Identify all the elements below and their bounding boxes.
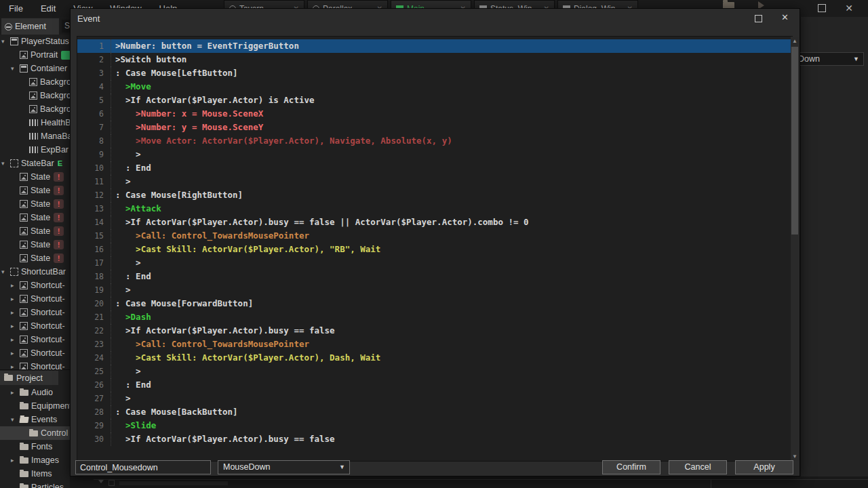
- expander-icon[interactable]: ▸: [11, 457, 20, 464]
- element-tree-item-state[interactable]: State!: [0, 251, 70, 265]
- element-tree-item-container[interactable]: ▾Container: [0, 62, 70, 75]
- confirm-button[interactable]: Confirm: [602, 460, 660, 474]
- trigger-dropdown-remnant[interactable]: Down ▼: [792, 52, 864, 66]
- expander-icon[interactable]: ▾: [11, 65, 20, 72]
- element-tree-item-statebar[interactable]: ▾StateBarE: [0, 157, 70, 170]
- code-line-20[interactable]: 20: Case Mouse[ForwardButton]: [77, 297, 792, 310]
- element-tree-item-state[interactable]: State!: [0, 238, 70, 251]
- scrollbar-thumb[interactable]: [791, 47, 798, 235]
- element-tree-item-background[interactable]: Background: [0, 89, 70, 102]
- menu-item-file[interactable]: File: [0, 0, 32, 17]
- element-tree-item-background[interactable]: Background: [0, 75, 70, 89]
- element-tree-item-expbar[interactable]: ExpBar: [0, 143, 70, 157]
- expander-icon[interactable]: ▸: [11, 282, 20, 289]
- code-line-6[interactable]: 6 >Number: x = Mouse.SceneX: [77, 107, 792, 121]
- project-tree-item-images[interactable]: ▸Images: [0, 453, 70, 467]
- code-line-26[interactable]: 26 : End: [77, 378, 792, 392]
- code-line-29[interactable]: 29 >Slide: [77, 419, 792, 432]
- code-line-3[interactable]: 3: Case Mouse[LeftButton]: [77, 66, 792, 80]
- bars-icon: [29, 119, 38, 126]
- code-line-12[interactable]: 12: Case Mouse[RightButton]: [77, 188, 792, 202]
- image-icon: [20, 241, 28, 249]
- expander-icon[interactable]: ▸: [11, 350, 20, 357]
- element-tree-item-shortcut[interactable]: ▸Shortcut-: [0, 333, 70, 346]
- event-dialog: Event ✕ 1>Number: button = EventTriggerB…: [70, 8, 800, 476]
- code-line-4[interactable]: 4 >Move: [77, 80, 792, 94]
- element-tree-item-shortcut[interactable]: ▸Shortcut-: [0, 306, 70, 319]
- element-tree-item-background[interactable]: Background: [0, 102, 70, 116]
- code-line-28[interactable]: 28: Case Mouse[BackButton]: [77, 405, 792, 419]
- menu-item-edit[interactable]: Edit: [32, 0, 64, 17]
- dialog-maximize-button[interactable]: [755, 15, 762, 22]
- code-line-8[interactable]: 8 >Move Actor: ActorVar($Player.Actor), …: [77, 134, 792, 148]
- element-tree-item-shortcut[interactable]: ▸Shortcut-: [0, 292, 70, 306]
- expander-icon[interactable]: ▸: [11, 389, 20, 396]
- code-line-24[interactable]: 24 >Cast Skill: ActorVar($Player.Actor),…: [77, 351, 792, 365]
- code-line-23[interactable]: 23 >Call: Control_TowardsMousePointer: [77, 338, 792, 351]
- element-tree-item-shortcut[interactable]: ▸Shortcut-: [0, 319, 70, 333]
- search-tab-fragment[interactable]: Se: [62, 20, 70, 33]
- editor-scrollbar[interactable]: ▲ ▼: [791, 37, 799, 461]
- line-number: 6: [77, 107, 111, 121]
- expander-icon[interactable]: ▸: [11, 296, 20, 302]
- expander-icon[interactable]: ▸: [11, 309, 20, 316]
- element-tree-item-state[interactable]: State!: [0, 170, 70, 184]
- dialog-title-bar[interactable]: Event: [71, 9, 800, 28]
- code-line-11[interactable]: 11 >: [77, 175, 792, 188]
- element-tree-item-shortcut[interactable]: ▸Shortcut-: [0, 279, 70, 292]
- code-line-7[interactable]: 7 >Number: y = Mouse.SceneY: [77, 121, 792, 134]
- app-maximize-button[interactable]: [818, 4, 826, 12]
- code-line-2[interactable]: 2>Switch button: [77, 53, 792, 66]
- element-tree-item-state[interactable]: State!: [0, 197, 70, 211]
- dialog-close-button[interactable]: ✕: [781, 12, 789, 22]
- code-line-21[interactable]: 21 >Dash: [77, 310, 792, 324]
- code-line-16[interactable]: 16 >Cast Skill: ActorVar($Player.Actor),…: [77, 243, 792, 256]
- project-tree-item-items[interactable]: Items: [0, 467, 70, 481]
- scroll-up-icon[interactable]: ▲: [791, 38, 799, 44]
- code-line-19[interactable]: 19 >: [77, 283, 792, 297]
- tab-element[interactable]: Element: [1, 18, 59, 35]
- element-tree-item-state[interactable]: State!: [0, 211, 70, 224]
- project-tree-item-events[interactable]: ▾Events: [0, 413, 70, 426]
- app-close-button[interactable]: ✕: [845, 2, 853, 14]
- code-line-9[interactable]: 9 >: [77, 148, 792, 161]
- expander-icon[interactable]: ▾: [1, 38, 10, 45]
- element-tree-item-state[interactable]: State!: [0, 184, 70, 197]
- trigger-dropdown[interactable]: MouseDown ▼: [218, 460, 350, 474]
- code-line-15[interactable]: 15 >Call: Control_TowardsMousePointer: [77, 229, 792, 243]
- element-tree-item-state[interactable]: State!: [0, 224, 70, 238]
- code-line-5[interactable]: 5 >If ActorVar($Player.Actor) is Active: [77, 94, 792, 107]
- cancel-button[interactable]: Cancel: [669, 460, 727, 474]
- project-tree-item-particles[interactable]: Particles: [0, 481, 70, 488]
- tab-project[interactable]: Project: [0, 371, 58, 385]
- code-line-13[interactable]: 13 >Attack: [77, 202, 792, 216]
- scroll-down-icon[interactable]: ▼: [791, 453, 799, 460]
- element-tree-item-manabar[interactable]: ManaBar: [0, 129, 70, 143]
- code-line-27[interactable]: 27 >: [77, 392, 792, 405]
- element-tree-item-playerstatus[interactable]: ▾PlayerStatus: [0, 35, 70, 48]
- expander-icon[interactable]: ▾: [1, 160, 10, 167]
- project-tree-item-control[interactable]: Control: [0, 426, 70, 440]
- script-editor[interactable]: 1>Number: button = EventTriggerButton2>S…: [77, 36, 793, 462]
- element-tree-item-portrait[interactable]: Portrait: [0, 48, 70, 62]
- project-tree-item-audio[interactable]: ▸Audio: [0, 386, 70, 399]
- project-tree-item-equipment[interactable]: Equipment: [0, 399, 70, 413]
- element-tree-item-shortcut[interactable]: ▸Shortcut-: [0, 346, 70, 360]
- code-line-14[interactable]: 14 >If ActorVar($Player.Actor).busy == f…: [77, 216, 792, 229]
- expander-icon[interactable]: ▸: [11, 323, 20, 329]
- apply-button[interactable]: Apply: [735, 460, 793, 474]
- expander-icon[interactable]: ▾: [1, 268, 10, 275]
- element-tree-item-healthbar[interactable]: HealthBar: [0, 116, 70, 129]
- expander-icon[interactable]: ▾: [11, 416, 20, 423]
- code-line-17[interactable]: 17 >: [77, 256, 792, 270]
- element-tree-item-shortcutbar[interactable]: ▾ShortcutBar: [0, 265, 70, 279]
- expander-icon[interactable]: ▸: [11, 336, 20, 343]
- code-line-18[interactable]: 18 : End: [77, 270, 792, 283]
- code-line-22[interactable]: 22 >If ActorVar($Player.Actor).busy == f…: [77, 324, 792, 338]
- code-line-30[interactable]: 30 >If ActorVar($Player.Actor).busy == f…: [77, 432, 792, 446]
- code-line-10[interactable]: 10 : End: [77, 161, 792, 175]
- code-line-1[interactable]: 1>Number: button = EventTriggerButton: [77, 39, 792, 53]
- event-name-input[interactable]: [75, 460, 211, 474]
- code-line-25[interactable]: 25 >: [77, 365, 792, 378]
- project-tree-item-fonts[interactable]: Fonts: [0, 440, 70, 453]
